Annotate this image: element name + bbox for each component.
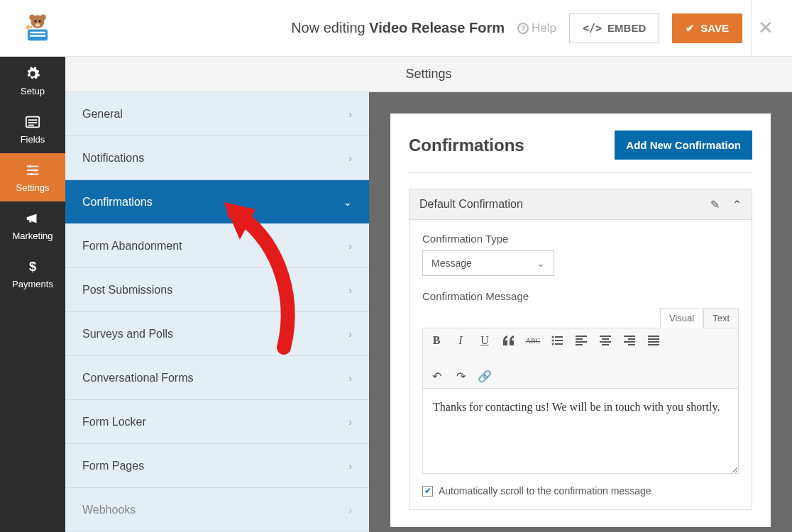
submenu-label: Form Pages [82, 460, 144, 472]
dollar-icon: $ [25, 259, 40, 275]
svg-rect-40 [648, 341, 659, 343]
submenu-item-conversational-forms[interactable]: Conversational Forms› [65, 356, 369, 400]
sliders-icon [25, 162, 40, 178]
svg-point-2 [40, 14, 46, 20]
undo-icon[interactable]: ↶ [430, 370, 443, 382]
accordion-header[interactable]: Default Confirmation ✎ ⌃ [409, 189, 752, 220]
submenu-item-general[interactable]: General› [65, 92, 369, 136]
chevron-right-icon: › [348, 504, 352, 516]
rail-item-fields[interactable]: Fields [0, 105, 65, 153]
submenu-item-notifications[interactable]: Notifications› [65, 136, 369, 180]
align-right-icon[interactable] [623, 334, 636, 347]
content-area: Confirmations Add New Confirmation Defau… [369, 92, 792, 532]
rail-item-marketing[interactable]: Marketing [0, 201, 65, 250]
accordion-body: Confirmation Type Message ⌄ Confirmation… [409, 220, 752, 510]
submenu-label: Conversational Forms [82, 372, 194, 384]
rail-item-setup[interactable]: Setup [0, 57, 65, 105]
settings-submenu: General› Notifications› Confirmations⌄ F… [65, 92, 369, 532]
rail-label: Payments [12, 279, 53, 289]
link-icon[interactable]: 🔗 [478, 370, 491, 382]
editor-tab-text[interactable]: Text [703, 308, 739, 328]
save-button[interactable]: ✔ SAVE [672, 13, 742, 43]
form-name: Video Release Form [369, 20, 505, 35]
rail-item-settings[interactable]: Settings [0, 153, 65, 201]
chevron-right-icon: › [348, 109, 352, 120]
align-center-icon[interactable] [599, 334, 612, 347]
card-title: Confirmations [409, 135, 524, 155]
submenu-item-post-submissions[interactable]: Post Submissions› [65, 268, 369, 312]
megaphone-icon [25, 211, 40, 226]
chevron-right-icon: › [348, 153, 352, 164]
chevron-up-icon[interactable]: ⌃ [732, 198, 742, 211]
submenu-item-form-locker[interactable]: Form Locker› [65, 400, 369, 444]
svg-rect-8 [30, 35, 45, 36]
svg-point-1 [29, 14, 35, 20]
underline-icon[interactable]: U [478, 334, 491, 347]
svg-point-3 [34, 20, 36, 22]
submenu-item-confirmations[interactable]: Confirmations⌄ [65, 180, 369, 224]
embed-label: EMBED [607, 22, 646, 34]
confirmation-message-editor[interactable]: Thanks for contacting us! We will be in … [422, 389, 739, 474]
chevron-down-icon: ⌄ [537, 257, 545, 269]
auto-scroll-row[interactable]: ✔ Automatically scroll to the confirmati… [422, 485, 739, 497]
bullet-list-icon[interactable] [551, 334, 563, 347]
add-new-confirmation-button[interactable]: Add New Confirmation [615, 131, 752, 160]
submenu-label: Confirmations [82, 196, 153, 209]
svg-rect-34 [624, 336, 635, 337]
submenu-label: Notifications [82, 152, 144, 165]
submenu-label: Form Locker [82, 416, 146, 428]
editing-label: Now editing Video Release Form [291, 20, 505, 36]
submenu-item-webhooks[interactable]: Webhooks› [65, 488, 369, 532]
editor-tab-visual[interactable]: Visual [660, 308, 703, 328]
topbar: Now editing Video Release Form ? Help </… [0, 0, 792, 57]
help-link[interactable]: ? Help [517, 21, 556, 35]
svg-point-20 [552, 336, 554, 338]
align-left-icon[interactable] [575, 334, 588, 347]
svg-rect-7 [30, 31, 45, 33]
svg-rect-30 [600, 336, 611, 337]
select-value: Message [431, 257, 472, 269]
quote-icon[interactable] [502, 334, 515, 347]
strikethrough-icon[interactable]: ABC [527, 334, 539, 347]
submenu-label: Form Abandonment [82, 240, 182, 253]
accordion-title: Default Confirmation [419, 198, 523, 211]
chevron-right-icon: › [348, 416, 352, 428]
svg-rect-31 [602, 338, 609, 340]
list-icon [25, 114, 40, 130]
submenu-label: Webhooks [82, 504, 136, 516]
submenu-item-surveys-and-polls[interactable]: Surveys and Polls› [65, 312, 369, 356]
svg-rect-32 [600, 341, 611, 343]
chevron-right-icon: › [348, 460, 352, 472]
left-rail: Setup Fields Settings Marketing $ Paymen… [0, 57, 65, 532]
redo-icon[interactable]: ↷ [454, 370, 467, 382]
italic-icon[interactable]: I [454, 334, 467, 347]
rail-item-payments[interactable]: $ Payments [0, 250, 65, 298]
embed-button[interactable]: </> EMBED [569, 13, 659, 43]
auto-scroll-label: Automatically scroll to the confirmation… [439, 485, 651, 497]
rail-label: Settings [16, 182, 50, 193]
svg-rect-27 [576, 338, 583, 340]
submenu-item-form-pages[interactable]: Form Pages› [65, 444, 369, 488]
code-icon: </> [583, 22, 602, 35]
svg-point-24 [552, 343, 554, 345]
help-icon: ? [517, 23, 529, 34]
close-button[interactable]: ✕ [751, 0, 779, 57]
align-justify-icon[interactable] [647, 334, 660, 347]
help-label-text: Help [532, 21, 556, 35]
confirmations-card: Confirmations Add New Confirmation Defau… [390, 113, 771, 527]
panel-header: Settings [65, 57, 792, 92]
bold-icon[interactable]: B [430, 334, 443, 347]
pencil-icon[interactable]: ✎ [710, 198, 720, 211]
chevron-right-icon: › [348, 328, 352, 340]
card-header: Confirmations Add New Confirmation [409, 131, 752, 173]
svg-text:$: $ [29, 259, 36, 274]
checkbox-icon[interactable]: ✔ [422, 486, 433, 497]
submenu-item-form-abandonment[interactable]: Form Abandonment› [65, 224, 369, 268]
rail-label: Marketing [12, 231, 53, 241]
svg-point-4 [39, 20, 41, 22]
chevron-right-icon: › [348, 372, 352, 384]
confirmation-type-select[interactable]: Message ⌄ [422, 250, 554, 276]
save-label: SAVE [700, 22, 729, 34]
app-logo [13, 6, 62, 50]
chevron-down-icon: ⌄ [343, 196, 352, 208]
